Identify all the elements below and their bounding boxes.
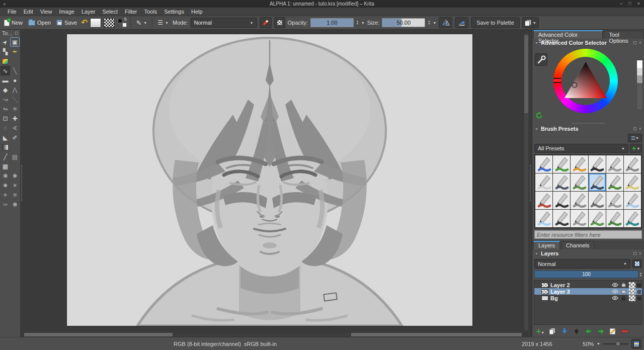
similar-select-tool[interactable]: ✳ <box>10 190 20 200</box>
freehand-brush-tool[interactable]: ∿ <box>1 66 10 75</box>
new-button[interactable]: New <box>3 19 24 27</box>
collapse-icon[interactable]: ▼ <box>535 252 538 255</box>
color-selector-settings-button[interactable] <box>535 53 547 66</box>
outline-select-tool[interactable]: ✶ <box>10 181 20 190</box>
menu-settings[interactable]: Settings <box>160 8 188 15</box>
preset-filter-combobox[interactable]: All Presets▼ <box>534 144 628 153</box>
layer-display-options-button[interactable] <box>632 259 642 268</box>
maximize-button[interactable]: □ <box>628 0 631 8</box>
close-icon[interactable]: × <box>639 126 641 131</box>
shape-select-tool[interactable]: ➤ <box>1 37 10 47</box>
blending-mode-combobox[interactable]: Normal▼ <box>191 18 257 28</box>
menu-view[interactable]: View <box>37 8 56 15</box>
pattern-chooser[interactable] <box>104 18 115 28</box>
layer-row-layer-3[interactable]: Layer 3α <box>534 288 642 295</box>
bezier-curve-tool[interactable]: ↝ <box>1 95 10 104</box>
preset-display-settings-button[interactable]: ☰▼ <box>628 134 642 142</box>
layer-row-bg[interactable]: Bgα <box>534 295 642 301</box>
float-docker-icon[interactable] <box>633 41 636 44</box>
preserve-alpha-button[interactable] <box>274 17 285 28</box>
transform-tool[interactable]: ▣ <box>10 37 20 47</box>
menu-tools[interactable]: Tools <box>141 8 161 15</box>
add-layer-button[interactable]: +▼ <box>536 328 544 335</box>
advanced-color-selector-body[interactable] <box>532 47 644 121</box>
layer-opacity-slider[interactable]: 100 <box>534 271 638 278</box>
gradient-tool[interactable] <box>1 142 10 152</box>
brush-preset-12[interactable] <box>624 173 641 191</box>
layer-blend-mode-combobox[interactable]: Normal▼ <box>534 259 630 269</box>
brush-preset-3[interactable] <box>571 155 588 173</box>
alpha-icon[interactable]: α <box>637 289 641 295</box>
size-spinner[interactable]: ▲▼ <box>428 20 430 25</box>
canvas-vertical-scrollbar[interactable] <box>524 34 528 330</box>
fill-bucket-tool[interactable]: ◣ <box>1 133 10 142</box>
visibility-eye-icon[interactable] <box>612 295 618 301</box>
refresh-icon[interactable] <box>535 112 543 120</box>
canvas[interactable] <box>67 34 472 326</box>
fg-bg-color-swap[interactable]: ⇅ <box>117 18 127 27</box>
assistant-tool[interactable]: ▤ <box>10 152 20 161</box>
ellipse-tool[interactable]: ● <box>10 75 20 85</box>
collapse-icon[interactable]: ▼ <box>535 41 538 45</box>
brush-preset-21[interactable] <box>571 210 588 227</box>
layer-style-icon[interactable] <box>620 282 627 288</box>
brush-preset-19[interactable] <box>535 210 552 227</box>
brush-tip-button[interactable]: ✎▼ <box>134 19 148 27</box>
hue-ring[interactable] <box>553 49 618 113</box>
close-button[interactable]: × <box>637 0 640 8</box>
zoom-level-value[interactable]: 50% <box>583 341 594 347</box>
calligraphy-tool[interactable]: ✒ <box>10 47 20 56</box>
transform-frame-tool[interactable]: ◌ <box>1 123 10 133</box>
tab-tool-options[interactable]: Tool Options <box>604 31 644 39</box>
mirror-vertical-button[interactable] <box>455 17 468 28</box>
brush-preset-4[interactable] <box>589 155 606 173</box>
float-docker-icon[interactable] <box>15 32 18 35</box>
layer-row-layer-2[interactable]: Layer 2α <box>534 282 642 288</box>
polyline-tool[interactable]: ⋀ <box>10 85 20 95</box>
tab-advanced-color-selector[interactable]: Advanced Color Selector <box>533 30 603 39</box>
alpha-icon[interactable]: α <box>637 282 641 288</box>
brush-preset-16[interactable] <box>589 192 606 209</box>
visibility-eye-icon[interactable] <box>612 289 618 294</box>
brush-preset-22[interactable] <box>589 210 606 227</box>
move-layer-right-button[interactable] <box>597 327 605 335</box>
close-icon[interactable]: × <box>639 40 641 45</box>
layer-opacity-spinner[interactable]: ▲▼ <box>639 272 642 277</box>
move-layer-down-button[interactable] <box>560 327 569 335</box>
menu-image[interactable]: Image <box>55 8 78 15</box>
float-docker-icon[interactable] <box>633 127 636 130</box>
alpha-icon[interactable]: α <box>637 295 641 301</box>
brush-preset-14[interactable] <box>553 192 570 209</box>
fill-color-tool[interactable] <box>1 56 10 66</box>
float-docker-icon[interactable] <box>633 252 636 255</box>
minimize-button[interactable]: – <box>620 0 622 8</box>
delete-layer-button[interactable] <box>621 327 629 335</box>
brush-preset-24[interactable] <box>624 210 641 227</box>
line-tool[interactable]: ╲ <box>10 66 20 75</box>
polygon-tool[interactable]: ◆ <box>1 85 10 95</box>
brush-preset-20[interactable] <box>553 210 570 227</box>
zoom-slider-knob[interactable] <box>615 341 621 346</box>
eraser-mode-button[interactable] <box>260 17 272 28</box>
horizontal-scroll-thumb[interactable] <box>173 333 351 336</box>
opacity-slider[interactable]: 1.00 <box>310 18 354 27</box>
multibrush-tool[interactable]: ✳ <box>10 104 20 114</box>
visibility-eye-icon[interactable] <box>612 282 618 288</box>
move-tool[interactable]: ▚ <box>1 47 10 56</box>
brush-preset-15[interactable] <box>571 192 588 209</box>
menu-edit[interactable]: Edit <box>20 8 37 15</box>
add-preset-button[interactable]: +▼ <box>630 144 642 153</box>
save-to-palette-button[interactable]: Save to Palette <box>471 17 520 28</box>
clone-brush-button[interactable]: ▼ <box>522 17 539 28</box>
brush-preset-7[interactable] <box>535 173 552 191</box>
docker-resize-handle[interactable] <box>532 121 644 125</box>
dynamic-brush-tool[interactable]: ↬ <box>1 104 10 114</box>
duplicate-layer-button[interactable] <box>548 327 556 335</box>
move-layer-left-button[interactable] <box>585 327 593 335</box>
history-swatch[interactable] <box>637 60 642 68</box>
contiguous-select-tool[interactable]: ✴ <box>1 190 10 200</box>
grid-tool[interactable]: ▦ <box>1 161 10 171</box>
collapse-icon[interactable]: ▼ <box>535 127 538 131</box>
canvas-horizontal-scrollbar[interactable] <box>24 333 522 336</box>
brush-preset-23[interactable] <box>606 210 623 227</box>
